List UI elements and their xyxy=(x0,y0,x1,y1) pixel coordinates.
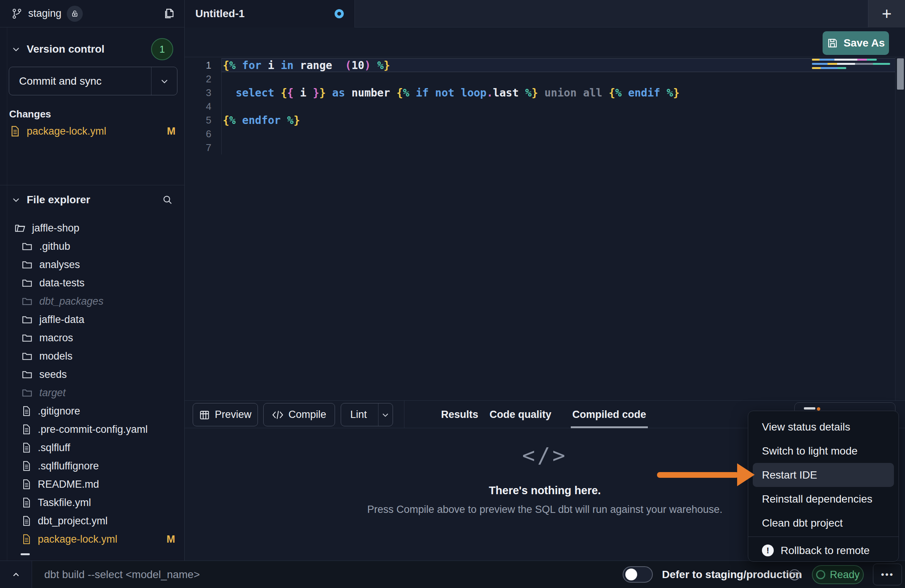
item-name: analyses xyxy=(39,259,80,271)
command-input[interactable]: dbt build --select <model_name> xyxy=(44,561,578,588)
menu-item-rollback-to-remote[interactable]: !Rollback to remote xyxy=(748,538,899,562)
changes-count-badge: 1 xyxy=(151,38,173,60)
search-icon[interactable] xyxy=(162,194,173,206)
code-line-6[interactable]: 6 xyxy=(185,127,895,141)
commit-and-sync-button[interactable]: Commit and sync xyxy=(9,67,177,95)
save-icon xyxy=(827,37,838,49)
sidebar: staging Version control 1 Commit and syn… xyxy=(0,0,185,561)
file-explorer-section: File explorer jaffle-shop.githubanalyses… xyxy=(0,185,184,561)
file-item-.gitignore[interactable]: .gitignore xyxy=(0,402,184,420)
folder-item-data-tests[interactable]: data-tests xyxy=(0,274,184,292)
file-icon xyxy=(21,442,32,453)
branch-name: staging xyxy=(28,8,61,19)
editor-scrollbar[interactable] xyxy=(895,57,905,400)
folder-item-macros[interactable]: macros xyxy=(0,329,184,347)
file-item-README.md[interactable]: README.md xyxy=(0,475,184,493)
save-as-button[interactable]: Save As xyxy=(823,31,889,55)
menu-item-label: Rollback to remote xyxy=(781,545,870,557)
folder-item-analyses[interactable]: analyses xyxy=(0,255,184,274)
item-name: README.md xyxy=(38,479,99,490)
ide-options-button[interactable]: ••• xyxy=(873,564,902,585)
preview-label: Preview xyxy=(215,409,251,421)
menu-item-reinstall-dependencies[interactable]: Reinstall dependencies xyxy=(748,487,899,511)
tab-results[interactable]: Results xyxy=(441,401,478,428)
changed-file-name: package-lock.yml xyxy=(27,125,106,137)
scrollbar-thumb[interactable] xyxy=(897,58,904,90)
help-icon[interactable]: ? xyxy=(789,569,800,580)
menu-item-restart-ide[interactable]: Restart IDE xyxy=(753,463,894,487)
tab-code-quality[interactable]: Code quality xyxy=(490,401,551,428)
file-icon xyxy=(21,515,32,527)
folder-item-jaffle-shop[interactable]: jaffle-shop xyxy=(0,219,184,237)
code-editor[interactable]: 1{% for i in range (10) %}23 select {{ i… xyxy=(185,57,905,400)
expand-command-bar-button[interactable] xyxy=(0,561,32,588)
menu-item-clean-dbt-project[interactable]: Clean dbt project xyxy=(748,511,899,535)
file-tree: jaffle-shop.githubanalysesdata-testsdbt_… xyxy=(0,219,184,548)
file-item-Taskfile.yml[interactable]: Taskfile.yml xyxy=(0,493,184,512)
version-control-header[interactable]: Version control 1 xyxy=(11,38,173,60)
folder-item-seeds[interactable]: seeds xyxy=(0,365,184,384)
item-name: .github xyxy=(39,241,70,252)
lint-dropdown[interactable] xyxy=(378,403,393,426)
line-source xyxy=(221,100,895,113)
item-name: seeds xyxy=(39,369,67,381)
lock-icon xyxy=(71,10,79,18)
code-line-3[interactable]: 3 select {{ i }} as number {% if not loo… xyxy=(185,86,895,100)
item-name: .sqlfluff xyxy=(38,442,70,454)
tab-compiled-code[interactable]: Compiled code xyxy=(572,401,646,428)
toggle-knob xyxy=(625,569,637,580)
item-name: dbt_packages xyxy=(39,296,103,307)
file-item-.sqlfluffignore[interactable]: .sqlfluffignore xyxy=(0,457,184,475)
folder-item-models[interactable]: models xyxy=(0,347,184,365)
tab-untitled-1[interactable]: Untitled-1 xyxy=(185,0,355,27)
line-number: 4 xyxy=(185,101,221,112)
new-tab-button[interactable]: + xyxy=(868,0,905,27)
folder-item-jaffle-data[interactable]: jaffle-data xyxy=(0,310,184,329)
compile-button[interactable]: Compile xyxy=(263,403,335,426)
file-item-package-lock.yml[interactable]: package-lock.ymlM xyxy=(0,530,184,548)
code-line-1[interactable]: 1{% for i in range (10) %} xyxy=(185,58,895,72)
lint-button[interactable]: Lint xyxy=(341,403,393,426)
copy-icon[interactable] xyxy=(162,7,176,21)
folder-icon xyxy=(21,387,33,398)
save-as-label: Save As xyxy=(844,37,885,49)
menu-item-label: Switch to light mode xyxy=(762,445,858,457)
menu-item-switch-to-light-mode[interactable]: Switch to light mode xyxy=(748,439,899,463)
line-number: 2 xyxy=(185,73,221,85)
item-name: Taskfile.yml xyxy=(38,497,91,509)
file-item-.pre-commit-config.yaml[interactable]: .pre-commit-config.yaml xyxy=(0,420,184,439)
ready-label: Ready xyxy=(830,569,860,581)
code-icon xyxy=(272,410,283,420)
ide-status-pill[interactable]: Ready xyxy=(812,565,864,584)
code-line-5[interactable]: 5{% endfor %} xyxy=(185,113,895,127)
alert-icon: ! xyxy=(762,545,774,556)
file-explorer-header[interactable]: File explorer xyxy=(11,194,173,206)
code-line-2[interactable]: 2 xyxy=(185,72,895,86)
file-item-.sqlfluff[interactable]: .sqlfluff xyxy=(0,439,184,457)
folder-icon xyxy=(21,332,33,344)
menu-item-label: Clean dbt project xyxy=(762,517,843,529)
defer-toggle[interactable] xyxy=(623,566,653,583)
code-line-4[interactable]: 4 xyxy=(185,100,895,113)
minimap xyxy=(812,59,893,71)
status-dot xyxy=(816,570,825,579)
folder-item-.github[interactable]: .github xyxy=(0,237,184,255)
tab-title: Untitled-1 xyxy=(195,8,245,20)
item-name: .gitignore xyxy=(38,405,80,417)
commit-options-dropdown[interactable] xyxy=(151,67,177,95)
defer-label: Defer to staging/production xyxy=(662,561,802,588)
folder-item-dbt_packages[interactable]: dbt_packages xyxy=(0,292,184,310)
folder-icon xyxy=(14,222,26,234)
file-item-dbt_project.yml[interactable]: dbt_project.yml xyxy=(0,512,184,530)
preview-button[interactable]: Preview xyxy=(193,403,258,426)
folder-icon xyxy=(21,259,33,270)
folder-icon xyxy=(21,277,33,289)
changed-file-row[interactable]: package-lock.yml M xyxy=(9,123,176,140)
file-icon xyxy=(21,460,32,472)
folder-item-target[interactable]: target xyxy=(0,384,184,402)
code-line-7[interactable]: 7 xyxy=(185,141,895,154)
code-lines: 1{% for i in range (10) %}23 select {{ i… xyxy=(185,58,895,154)
notification-dot xyxy=(817,407,820,411)
menu-item-label: Reinstall dependencies xyxy=(762,493,873,505)
menu-item-view-status-details[interactable]: View status details xyxy=(748,415,899,439)
